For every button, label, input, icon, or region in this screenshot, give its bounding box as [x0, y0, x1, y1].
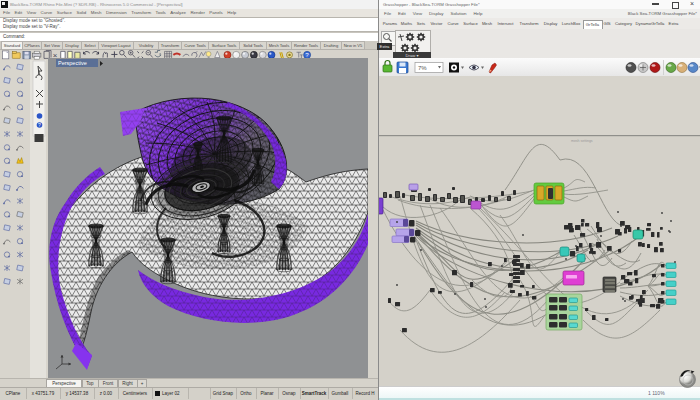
svg-text:7%: 7% [418, 65, 427, 71]
svg-text:mesh settings: mesh settings [571, 139, 593, 143]
svg-text:?: ? [38, 122, 41, 128]
svg-text:Perspective: Perspective [58, 60, 87, 66]
